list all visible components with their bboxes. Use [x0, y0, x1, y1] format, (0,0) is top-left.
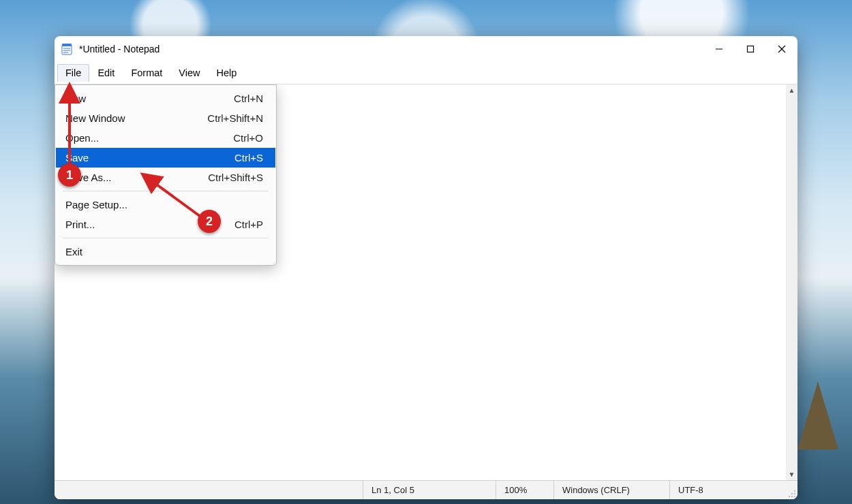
- titlebar: *Untitled - Notepad: [55, 36, 797, 62]
- close-button[interactable]: [766, 36, 797, 62]
- menubar: File Edit Format View Help: [55, 62, 797, 84]
- menu-item-label: Print...: [65, 219, 95, 230]
- menu-item-label: Page Setup...: [65, 199, 127, 210]
- status-line-ending: Windows (CRLF): [553, 481, 669, 499]
- minimize-button[interactable]: [703, 36, 735, 62]
- resize-grip-icon[interactable]: [785, 481, 797, 499]
- svg-rect-1: [62, 44, 72, 46]
- menu-separator: [63, 238, 269, 238]
- svg-point-12: [794, 496, 795, 497]
- window-controls: [703, 36, 797, 62]
- statusbar: Ln 1, Col 5 100% Windows (CRLF) UTF-8: [55, 480, 797, 499]
- menu-item-page-setup[interactable]: Page Setup...: [56, 195, 275, 215]
- svg-point-14: [789, 496, 790, 497]
- menu-item-shortcut: Ctrl+S: [234, 152, 263, 163]
- menu-item-shortcut: Ctrl+O: [233, 132, 263, 144]
- menu-item-shortcut: Ctrl+P: [234, 219, 263, 230]
- status-zoom: 100%: [496, 481, 553, 499]
- menu-item-label: Exit: [65, 246, 82, 257]
- svg-point-9: [794, 490, 795, 492]
- menu-item-open[interactable]: Open... Ctrl+O: [56, 128, 275, 148]
- menu-item-new-window[interactable]: New Window Ctrl+Shift+N: [56, 108, 275, 128]
- file-menu-dropdown: New Ctrl+N New Window Ctrl+Shift+N Open.…: [55, 84, 277, 266]
- status-encoding: UTF-8: [669, 481, 785, 499]
- scroll-up-icon[interactable]: ▲: [786, 84, 797, 96]
- menu-file[interactable]: File: [57, 64, 89, 82]
- notepad-window: *Untitled - Notepad File Edit Format Vie…: [55, 36, 797, 499]
- window-title: *Untitled - Notepad: [79, 44, 159, 54]
- menu-item-label: New: [65, 93, 86, 104]
- svg-point-13: [791, 496, 793, 497]
- menu-item-exit[interactable]: Exit: [56, 242, 275, 262]
- svg-rect-0: [62, 45, 72, 54]
- status-cursor-position: Ln 1, Col 5: [363, 481, 496, 499]
- menu-separator: [63, 191, 269, 191]
- menu-item-shortcut: Ctrl+Shift+N: [207, 112, 263, 124]
- menu-format[interactable]: Format: [123, 64, 170, 82]
- menu-view[interactable]: View: [170, 64, 208, 82]
- menu-item-save-as[interactable]: Save As... Ctrl+Shift+S: [56, 168, 275, 187]
- menu-help[interactable]: Help: [208, 64, 245, 82]
- menu-item-label: New Window: [65, 112, 125, 124]
- svg-rect-6: [748, 46, 754, 52]
- text-area[interactable]: New Ctrl+N New Window Ctrl+Shift+N Open.…: [55, 84, 797, 480]
- menu-edit[interactable]: Edit: [89, 64, 123, 82]
- annotation-badge-1: 1: [58, 163, 81, 187]
- scroll-down-icon[interactable]: ▼: [786, 469, 797, 480]
- svg-point-11: [791, 493, 793, 494]
- menu-item-label: Open...: [65, 132, 99, 144]
- svg-point-10: [794, 493, 795, 494]
- menu-item-save[interactable]: Save Ctrl+S: [56, 148, 275, 168]
- maximize-button[interactable]: [735, 36, 766, 62]
- notepad-app-icon: [61, 43, 72, 55]
- vertical-scrollbar[interactable]: ▲ ▼: [786, 84, 797, 480]
- annotation-badge-2: 2: [198, 210, 221, 233]
- menu-item-print[interactable]: Print... Ctrl+P: [56, 215, 275, 234]
- menu-item-shortcut: Ctrl+N: [234, 93, 263, 104]
- menu-item-shortcut: Ctrl+Shift+S: [208, 172, 263, 183]
- menu-item-label: Save: [65, 152, 89, 163]
- menu-item-new[interactable]: New Ctrl+N: [56, 89, 275, 108]
